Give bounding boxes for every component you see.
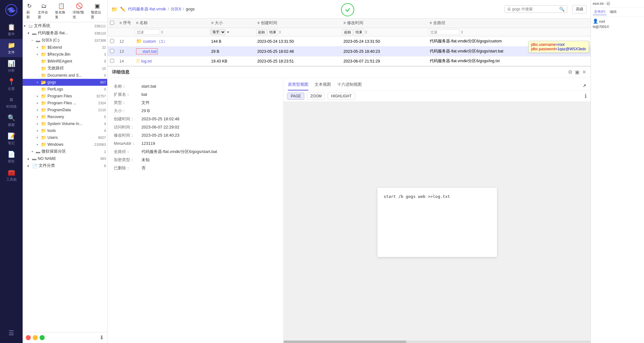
- tree-node-programdata[interactable]: + 📁 ProgramData 2110: [23, 106, 107, 113]
- tree-node-file-category[interactable]: ▸ 📄 文件分类 8: [23, 162, 107, 169]
- created-filter-icon[interactable]: ⊻: [279, 30, 281, 34]
- file-name-link[interactable]: start.bat: [142, 49, 157, 54]
- sidebar-item-search[interactable]: 🔍 搜索: [0, 112, 23, 130]
- preview-position-button[interactable]: ▣ 预览位置: [91, 3, 103, 19]
- preview-tabs: 原类型视图 文本视图 十六进制视图 ↗: [283, 78, 591, 91]
- main-content: 📁 ✏️ 代码服务器-flat.vmdk / 分区6 / gogs 🔍 高级 ≡…: [107, 0, 591, 343]
- refresh-button[interactable]: ↻ 刷新: [26, 3, 33, 19]
- sidebar-item-tools[interactable]: 🧰 工具箱: [0, 166, 23, 184]
- layout-icon[interactable]: ▣: [575, 69, 580, 75]
- filter-icon[interactable]: ⊻: [161, 30, 163, 34]
- tab-hex-view[interactable]: 十六进制视图: [337, 80, 362, 90]
- tree-node-users[interactable]: + 📁 Users 8027: [23, 134, 107, 141]
- tree-node-documents[interactable]: 📁 Documents and S... 0: [23, 72, 107, 79]
- close-icon[interactable]: ✕: [582, 69, 586, 75]
- tree-node-winre[interactable]: 📁 $WinREAgent 0: [23, 58, 107, 65]
- modified-filter-icon[interactable]: ⊻: [365, 30, 367, 34]
- right-panel-header: esxi.txt - 记: [591, 0, 644, 8]
- sidebar-item-file[interactable]: 📁 文件: [0, 39, 23, 57]
- tree-node-filesystem[interactable]: ▾ 🗂 文件系统 338111: [23, 22, 107, 30]
- fullpath-filter-input[interactable]: [428, 29, 460, 35]
- chevron-right-icon: +: [36, 95, 41, 98]
- edit-icon[interactable]: ✏️: [120, 7, 125, 12]
- chevron-down-icon: −: [31, 39, 36, 42]
- sidebar-item-timeline[interactable]: ≡ 时间线: [0, 94, 23, 112]
- tree-node-extend[interactable]: + 📁 $Extend 22: [23, 44, 107, 51]
- sidebar-item-tools-label: 工具箱: [6, 177, 17, 182]
- created-start-btn[interactable]: 起始: [256, 29, 267, 35]
- sidebar-item-case-label: 案件: [8, 32, 15, 36]
- tab-raw-view[interactable]: 原类型视图: [288, 80, 308, 90]
- tree-node-daima[interactable]: ▾ ▬ 代码服务器-flat... 338110: [23, 30, 107, 37]
- settings-icon[interactable]: ⚙: [568, 69, 572, 75]
- tree-node-program-files[interactable]: + 📁 Program Files 32757: [23, 93, 107, 100]
- sidebar-item-analysis[interactable]: 📊 分析: [0, 57, 23, 75]
- search-input[interactable]: [507, 7, 559, 11]
- add-button[interactable]: ⬇: [99, 334, 104, 341]
- highlight-button[interactable]: HIGHLIGHT: [328, 93, 355, 100]
- folder-icon: 📁: [41, 101, 46, 106]
- name-filter-input[interactable]: [135, 29, 160, 35]
- created-end-btn[interactable]: 结束: [267, 29, 278, 35]
- credential-popup: jdbc.username=root jdbc.password=1qaz@WS…: [528, 41, 589, 53]
- search-box[interactable]: 🔍: [504, 5, 567, 13]
- file-table-container[interactable]: ≡ 序号 ≡ 名称 ≡ 大小 ≡ 创建时间 ≡ 修改时间 ≡ 全路径 ⊻: [107, 19, 591, 66]
- tree-node-perflogs[interactable]: 📁 PerfLogs 0: [23, 86, 107, 93]
- sidebar-item-case[interactable]: 📋 案件: [0, 21, 23, 39]
- row-checkbox[interactable]: [110, 39, 114, 43]
- tree-node-tools-label: tools: [47, 128, 103, 133]
- external-link-icon[interactable]: ↗: [583, 83, 586, 88]
- table-row[interactable]: 13 🗒 start.bat 29 B 2023-05-25 18:02:48 …: [107, 46, 591, 57]
- tree-node-system-volume[interactable]: + 📁 System Volume In... 4: [23, 120, 107, 127]
- tree-node-partition6[interactable]: − ▬ 分区6 (C:) 337308: [23, 37, 107, 44]
- tree-node-program-files-x86[interactable]: + 📁 Program Files ... 2324: [23, 100, 107, 106]
- circle-action-button[interactable]: [341, 3, 354, 16]
- tab-text-view[interactable]: 文本视图: [315, 80, 331, 90]
- tree-node-gogs[interactable]: + 📂 gogs 807: [23, 79, 107, 86]
- folder-icon: 📁: [41, 114, 46, 119]
- tree-node-windows[interactable]: + 📁 Windows 210063: [23, 141, 107, 148]
- advanced-button[interactable]: 高级: [572, 5, 587, 14]
- rp-tab-file[interactable]: 文件(F): [593, 9, 607, 15]
- tree-node-tools[interactable]: + 📁 tools 4: [23, 127, 107, 134]
- tree-node-recovery[interactable]: + 📁 Recovery 5: [23, 113, 107, 120]
- tree-node-invalid[interactable]: 📁 无效路径 15: [23, 65, 107, 72]
- sidebar-item-report[interactable]: 📄 报告: [0, 148, 23, 166]
- tree-node-no-name[interactable]: ▸ ▬ NO NAME 393: [23, 155, 107, 162]
- zoom-button[interactable]: ZOOM: [307, 93, 325, 100]
- modified-end-btn[interactable]: 结束: [354, 29, 364, 35]
- cred-line-1: jdbc.username=root: [531, 42, 586, 47]
- row-checkbox[interactable]: [110, 49, 114, 53]
- chevron-right-icon: +: [36, 115, 41, 119]
- select-all-checkbox[interactable]: [110, 21, 114, 25]
- fullpath-filter-icon[interactable]: ⊻: [461, 30, 463, 34]
- file-name-link[interactable]: custom: [143, 39, 156, 44]
- info-icon[interactable]: ℹ: [585, 93, 587, 100]
- sidebar-item-notes[interactable]: 📝 笔记: [0, 130, 23, 148]
- modified-start-btn[interactable]: 起始: [342, 29, 353, 35]
- sign-restore-button[interactable]: 📋 签名恢复: [55, 3, 68, 19]
- tree-node-recycle[interactable]: + 📁 $Recycle.Bin 3: [23, 51, 107, 58]
- sidebar-item-location[interactable]: 📍 位置: [0, 75, 23, 94]
- table-row[interactable]: 12 📁 custom （1） 144 B 2023-05-24 13:31:5…: [107, 36, 591, 46]
- row-checkbox[interactable]: [110, 59, 114, 63]
- tree-node-micro-reserved[interactable]: + ▬ 微软保留分区 1: [23, 148, 107, 155]
- file-name-link[interactable]: log.txt: [141, 59, 151, 63]
- rp-tab-edit[interactable]: 编辑: [608, 9, 618, 15]
- bc-part-vmdk[interactable]: 代码服务器-flat.vmdk: [128, 7, 166, 11]
- meta-name-label: 名称：: [114, 82, 139, 90]
- fullscreen-button[interactable]: 🗂 文件全显: [38, 3, 50, 19]
- file-icon: 📁: [8, 41, 15, 49]
- folder-view-icon[interactable]: 📁: [111, 6, 118, 12]
- hamburger-button[interactable]: ☰: [6, 327, 17, 339]
- size-op-select[interactable]: 等于大于小于: [210, 29, 226, 35]
- bc-part-partition[interactable]: 分区6: [171, 7, 181, 11]
- table-row[interactable]: 14 🗒 log.txt 19.43 KB 2023-05-25 18:23:5…: [107, 57, 591, 66]
- scrollbar-thumb[interactable]: [283, 340, 406, 343]
- detail-preview-button[interactable]: 🚫 详情/预览: [73, 3, 86, 19]
- page-button[interactable]: PAGE: [287, 93, 304, 100]
- file-tree-scroll[interactable]: ▾ 🗂 文件系统 338111 ▾ ▬ 代码服务器-flat... 338110…: [23, 22, 107, 332]
- preview-scrollbar[interactable]: [283, 340, 591, 343]
- notes-icon: 📝: [8, 132, 15, 140]
- meta-name: 名称： start.bat: [114, 82, 277, 90]
